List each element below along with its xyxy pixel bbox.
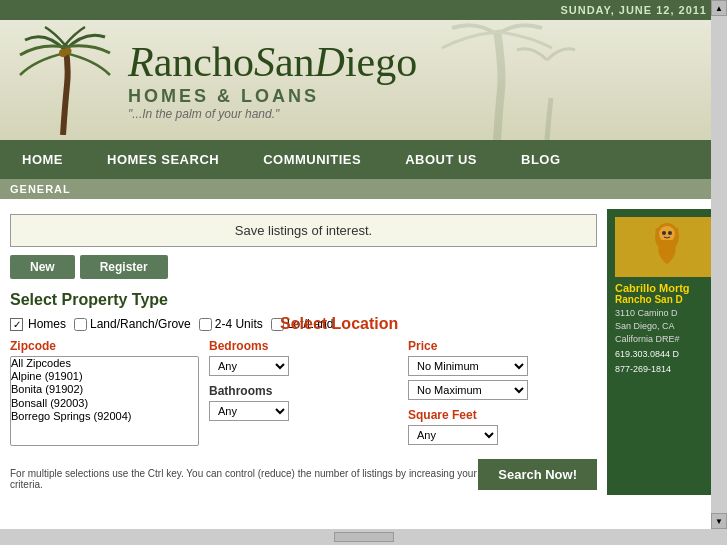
land-checkbox[interactable] — [74, 318, 87, 331]
bedrooms-label: Bedrooms — [209, 339, 398, 353]
price-max-select[interactable]: No Maximum $500,000 $750,000 $1,000,000 — [408, 380, 528, 400]
nav-homes-search[interactable]: HOMES SEARCH — [85, 140, 241, 179]
bathrooms-select[interactable]: Any 1 1.5 2 2.5 3+ — [209, 401, 289, 421]
ad-subtitle: Rancho San D — [615, 294, 719, 305]
scroll-up-button[interactable]: ▲ — [711, 0, 727, 16]
bedrooms-row: Any 1 2 3 4 5+ — [209, 356, 398, 376]
ad-phone2: 877-269-1814 — [615, 364, 719, 374]
ad-address2: San Diego, CA — [615, 321, 719, 331]
checkbox-units[interactable]: 2-4 Units — [199, 317, 263, 331]
date-bar: SUNDAY, JUNE 12, 2011 — [0, 0, 727, 20]
zip-option-all[interactable]: All Zipcodes — [11, 357, 198, 370]
lion-logo-icon — [647, 222, 687, 272]
nav-communities[interactable]: COMMUNITIES — [241, 140, 383, 179]
bottom-row: For multiple selections use the Ctrl key… — [10, 454, 597, 490]
nav-blog[interactable]: BLOG — [499, 140, 583, 179]
general-bar: GENERAL — [0, 179, 727, 199]
bathrooms-label: Bathrooms — [209, 384, 398, 398]
new-button[interactable]: New — [10, 255, 75, 279]
ad-logo-area — [615, 217, 719, 277]
sqft-row: Any 500 1000 1500 2000 — [408, 425, 597, 445]
bottom-scrollbar[interactable] — [0, 529, 727, 545]
bg-palm-icon — [397, 20, 597, 140]
ad-phone1: 619.303.0844 D — [615, 349, 719, 359]
property-type-title: Select Property Type — [10, 291, 597, 309]
select-location-title: Select Location — [280, 315, 398, 333]
zipcode-label: Zipcode — [10, 339, 199, 353]
general-label: GENERAL — [10, 183, 71, 195]
filter-columns: Zipcode All Zipcodes Alpine (91901) Boni… — [10, 339, 597, 446]
horizontal-thumb[interactable] — [334, 532, 394, 542]
land-label: Land/Ranch/Grove — [90, 317, 191, 331]
svg-point-5 — [668, 231, 672, 235]
price-min-select[interactable]: No Minimum $100,000 $200,000 $300,000 — [408, 356, 528, 376]
logo-area: RanchoSanDiego HOMES & LOANS "...In the … — [10, 25, 727, 135]
price-max-row: No Maximum $500,000 $750,000 $1,000,000 — [408, 380, 597, 400]
navigation: HOME HOMES SEARCH COMMUNITIES ABOUT US B… — [0, 140, 727, 179]
palm-tree-icon — [10, 25, 120, 135]
scroll-down-button[interactable]: ▼ — [711, 513, 727, 529]
checkbox-homes[interactable]: ✓ Homes — [10, 317, 66, 331]
sqft-select[interactable]: Any 500 1000 1500 2000 — [408, 425, 498, 445]
units-label: 2-4 Units — [215, 317, 263, 331]
register-button[interactable]: Register — [80, 255, 168, 279]
price-label: Price — [408, 339, 597, 353]
price-min-row: No Minimum $100,000 $200,000 $300,000 — [408, 356, 597, 376]
units-checkbox[interactable] — [199, 318, 212, 331]
brand-name: RanchoSanDiego — [128, 39, 417, 85]
checkbox-land[interactable]: Land/Ranch/Grove — [74, 317, 191, 331]
ad-address1: 3110 Camino D — [615, 308, 719, 318]
save-listings-bar: Save listings of interest. — [10, 214, 597, 247]
tagline-text: "...In the palm of your hand." — [128, 107, 417, 121]
right-scrollbar[interactable]: ▲ ▼ — [711, 0, 727, 529]
svg-point-4 — [662, 231, 666, 235]
bathrooms-row: Any 1 1.5 2 2.5 3+ — [209, 401, 398, 421]
main-content: Save listings of interest. New Register … — [0, 199, 727, 495]
content-left: Save listings of interest. New Register … — [0, 209, 607, 495]
zip-option-bonita[interactable]: Bonita (91902) — [11, 383, 198, 396]
search-now-button[interactable]: Search Now! — [478, 459, 597, 490]
header: RanchoSanDiego HOMES & LOANS "...In the … — [0, 20, 727, 140]
zip-option-bonsall[interactable]: Bonsall (92003) — [11, 397, 198, 410]
bed-bath-column: Bedrooms Any 1 2 3 4 5+ — [209, 339, 398, 446]
nav-about-us[interactable]: ABOUT US — [383, 140, 499, 179]
brand-text: RanchoSanDiego HOMES & LOANS "...In the … — [128, 39, 417, 120]
homes-loans-text: HOMES & LOANS — [128, 86, 417, 107]
page-wrapper: SUNDAY, JUNE 12, 2011 — [0, 0, 727, 545]
zip-option-alpine[interactable]: Alpine (91901) — [11, 370, 198, 383]
sqft-label: Square Feet — [408, 408, 597, 422]
homes-label: Homes — [28, 317, 66, 331]
ad-column: Cabrillo Mortg Rancho San D 3110 Camino … — [607, 209, 727, 495]
save-listings-text: Save listings of interest. — [235, 223, 372, 238]
date-text: SUNDAY, JUNE 12, 2011 — [560, 4, 707, 16]
nav-home[interactable]: HOME — [0, 140, 85, 179]
zipcode-select[interactable]: All Zipcodes Alpine (91901) Bonita (9190… — [10, 356, 199, 446]
button-row: New Register — [10, 255, 597, 279]
homes-checkbox-checked: ✓ — [10, 318, 23, 331]
ad-company-name: Cabrillo Mortg — [615, 282, 719, 294]
svg-point-3 — [659, 226, 675, 242]
help-text: For multiple selections use the Ctrl key… — [10, 468, 478, 490]
zip-option-borrego[interactable]: Borrego Springs (92004) — [11, 410, 198, 423]
price-sqft-column: Price No Minimum $100,000 $200,000 $300,… — [408, 339, 597, 446]
svg-point-1 — [65, 48, 72, 55]
ad-state: California DRE# — [615, 334, 719, 344]
zip-column: Zipcode All Zipcodes Alpine (91901) Boni… — [10, 339, 199, 446]
bedrooms-select[interactable]: Any 1 2 3 4 5+ — [209, 356, 289, 376]
